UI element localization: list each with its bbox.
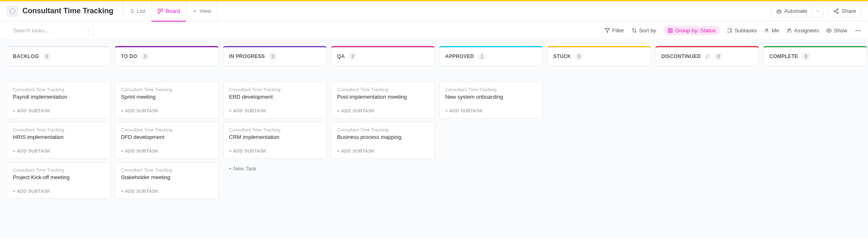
card-title: DFD development bbox=[121, 134, 212, 140]
more-icon bbox=[855, 27, 861, 34]
show-button[interactable]: Show bbox=[826, 27, 847, 34]
column-count: 0 bbox=[575, 53, 583, 60]
column-title: APPROVED bbox=[445, 53, 474, 59]
column-header-approved[interactable]: APPROVED1 bbox=[439, 46, 543, 66]
task-card[interactable]: Consultant Time TrackingHRIS implementat… bbox=[7, 122, 111, 159]
add-subtask-button[interactable]: + ADD SUBTASK bbox=[13, 148, 104, 153]
chevron-down-icon bbox=[86, 28, 91, 33]
card-title: Post-implementation meeting bbox=[337, 94, 429, 100]
column-header-qa[interactable]: QA2 bbox=[331, 46, 435, 66]
view-tab-list[interactable]: List bbox=[123, 1, 151, 21]
cards-list: Consultant Time TrackingPayroll implemen… bbox=[7, 82, 111, 199]
column-todo: TO DO3Consultant Time TrackingSprint mee… bbox=[115, 46, 219, 230]
filter-icon bbox=[605, 28, 610, 33]
page-header: Consultant Time Tracking List Board View… bbox=[0, 1, 868, 21]
filter-button[interactable]: Filter bbox=[605, 27, 624, 34]
automate-button[interactable]: Automate bbox=[771, 5, 813, 17]
share-button[interactable]: Share bbox=[828, 5, 861, 17]
add-subtask-button[interactable]: + ADD SUBTASK bbox=[13, 108, 104, 113]
task-card[interactable]: Consultant Time TrackingProject Kick-off… bbox=[7, 162, 111, 199]
svg-point-28 bbox=[731, 31, 732, 32]
column-count: 2 bbox=[349, 53, 357, 60]
add-subtask-button[interactable]: + ADD SUBTASK bbox=[121, 108, 212, 113]
task-card[interactable]: Consultant Time TrackingCRM implementati… bbox=[223, 122, 327, 159]
add-view-button[interactable]: View bbox=[186, 1, 217, 21]
column-title: BACKLOG bbox=[13, 53, 39, 59]
add-subtask-button[interactable]: + ADD SUBTASK bbox=[13, 189, 104, 194]
task-card[interactable]: Consultant Time TrackingStakeholder meet… bbox=[115, 162, 219, 199]
robot-icon bbox=[776, 8, 782, 14]
add-subtask-button[interactable]: + ADD SUBTASK bbox=[445, 108, 537, 113]
list-icon bbox=[7, 5, 18, 17]
eye-icon bbox=[826, 28, 832, 33]
svg-point-32 bbox=[828, 30, 829, 31]
subtasks-button[interactable]: Subtasks bbox=[727, 27, 757, 34]
page-title: Consultant Time Tracking bbox=[22, 7, 113, 15]
card-project-label: Consultant Time Tracking bbox=[337, 127, 429, 132]
add-subtask-button[interactable]: + ADD SUBTASK bbox=[337, 108, 429, 113]
svg-point-31 bbox=[790, 29, 791, 30]
card-title: ERD development bbox=[229, 94, 321, 100]
plus-icon bbox=[192, 9, 197, 14]
me-button[interactable]: Me bbox=[764, 27, 779, 34]
add-subtask-button[interactable]: + ADD SUBTASK bbox=[337, 148, 429, 153]
column-title: DISCONTINUED bbox=[661, 53, 701, 59]
search-container bbox=[7, 24, 94, 37]
view-tab-board[interactable]: Board bbox=[151, 1, 186, 21]
svg-rect-8 bbox=[161, 9, 162, 11]
task-card[interactable]: Consultant Time TrackingDFD development+… bbox=[115, 122, 219, 159]
column-complete: COMPLETE0 bbox=[763, 46, 867, 230]
add-subtask-button[interactable]: + ADD SUBTASK bbox=[121, 189, 212, 194]
cards-list: Consultant Time TrackingERD development+… bbox=[223, 82, 327, 172]
sort-button[interactable]: Sort by bbox=[632, 27, 656, 34]
column-header-discontinued[interactable]: DISCONTINUED0 bbox=[655, 46, 759, 66]
svg-rect-11 bbox=[777, 10, 781, 13]
card-project-label: Consultant Time Tracking bbox=[121, 87, 212, 92]
column-header-complete[interactable]: COMPLETE0 bbox=[763, 46, 867, 66]
new-task-button[interactable]: + New Task bbox=[223, 162, 327, 172]
card-project-label: Consultant Time Tracking bbox=[121, 127, 212, 132]
column-title: IN PROGRESS bbox=[229, 53, 265, 59]
add-subtask-button[interactable]: + ADD SUBTASK bbox=[229, 108, 321, 113]
automate-dropdown[interactable] bbox=[812, 5, 824, 17]
add-subtask-button[interactable]: + ADD SUBTASK bbox=[229, 148, 321, 153]
more-button[interactable] bbox=[855, 27, 861, 34]
column-approved: APPROVED1Consultant Time TrackingNew sys… bbox=[439, 46, 543, 230]
task-card[interactable]: Consultant Time TrackingSprint meeting+ … bbox=[115, 82, 219, 119]
svg-point-35 bbox=[859, 30, 861, 31]
svg-rect-23 bbox=[668, 29, 670, 30]
add-subtask-button[interactable]: + ADD SUBTASK bbox=[121, 148, 212, 153]
card-project-label: Consultant Time Tracking bbox=[337, 87, 429, 92]
svg-point-17 bbox=[837, 12, 839, 14]
task-card[interactable]: Consultant Time TrackingNew system onboa… bbox=[439, 82, 543, 119]
svg-point-15 bbox=[837, 9, 839, 10]
card-project-label: Consultant Time Tracking bbox=[445, 87, 537, 92]
sort-label: Sort by bbox=[639, 27, 656, 34]
automate-label: Automate bbox=[784, 8, 808, 14]
svg-rect-25 bbox=[668, 31, 670, 33]
task-card[interactable]: Consultant Time TrackingPayroll implemen… bbox=[7, 82, 111, 119]
svg-point-0 bbox=[10, 9, 15, 14]
svg-point-33 bbox=[856, 30, 857, 31]
task-card[interactable]: Consultant Time TrackingPost-implementat… bbox=[331, 82, 435, 119]
column-header-stuck[interactable]: STUCK0 bbox=[547, 46, 651, 66]
column-count: 0 bbox=[715, 53, 722, 60]
task-card[interactable]: Consultant Time TrackingBusiness process… bbox=[331, 122, 435, 159]
me-label: Me bbox=[772, 27, 779, 34]
column-header-inprogress[interactable]: IN PROGRESS2 bbox=[223, 46, 327, 66]
task-card[interactable]: Consultant Time TrackingERD development+… bbox=[223, 82, 327, 119]
search-dropdown[interactable] bbox=[86, 28, 91, 33]
assignees-button[interactable]: Assignees bbox=[786, 27, 819, 34]
cards-list: Consultant Time TrackingNew system onboa… bbox=[439, 82, 543, 119]
view-tab-board-label: Board bbox=[166, 8, 180, 14]
add-view-label: View bbox=[200, 8, 211, 14]
subtasks-icon bbox=[727, 28, 733, 33]
list-view-icon bbox=[129, 8, 135, 14]
column-title: COMPLETE bbox=[769, 53, 798, 59]
card-title: Project Kick-off meeting bbox=[13, 174, 104, 180]
search-input[interactable] bbox=[13, 27, 83, 34]
group-by-button[interactable]: Group by: Status bbox=[663, 26, 720, 35]
column-header-backlog[interactable]: BACKLOG3 bbox=[7, 46, 111, 66]
column-inprogress: IN PROGRESS2Consultant Time TrackingERD … bbox=[223, 46, 327, 230]
column-header-todo[interactable]: TO DO3 bbox=[115, 46, 219, 66]
